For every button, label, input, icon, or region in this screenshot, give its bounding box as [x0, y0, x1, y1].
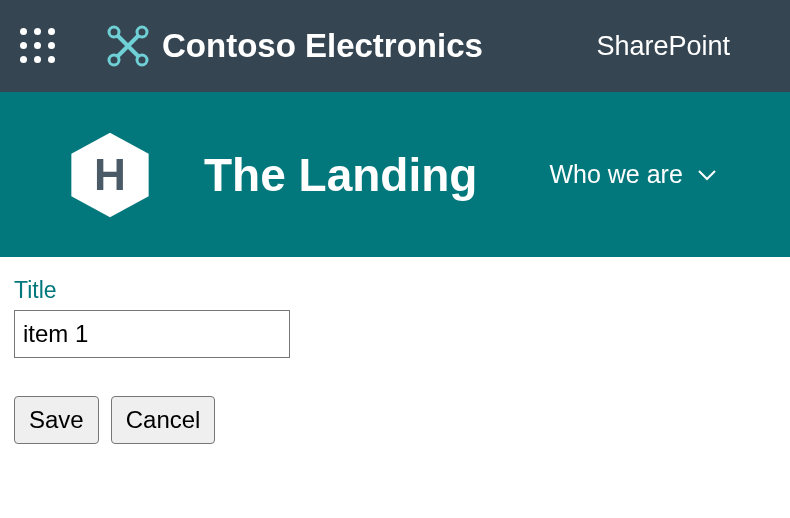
site-logo-icon[interactable]: H — [64, 129, 156, 221]
nav-item-label: Who we are — [549, 160, 682, 189]
site-header: H The Landing Who we are — [0, 92, 790, 257]
title-input[interactable] — [14, 310, 290, 358]
brand-logo-icon — [106, 24, 150, 68]
nav-who-we-are[interactable]: Who we are — [549, 160, 716, 189]
cancel-button[interactable]: Cancel — [111, 396, 216, 444]
button-row: Save Cancel — [14, 396, 776, 444]
app-launcher-icon[interactable] — [20, 28, 56, 64]
title-label: Title — [14, 277, 776, 304]
save-button[interactable]: Save — [14, 396, 99, 444]
svg-text:H: H — [94, 149, 126, 198]
site-title[interactable]: The Landing — [204, 148, 477, 202]
suite-bar: Contoso Electronics SharePoint — [0, 0, 790, 92]
product-name[interactable]: SharePoint — [596, 31, 730, 62]
brand-area: Contoso Electronics — [106, 24, 596, 68]
chevron-down-icon — [697, 169, 717, 181]
brand-name: Contoso Electronics — [162, 27, 483, 65]
form-area: Title Save Cancel — [0, 257, 790, 464]
